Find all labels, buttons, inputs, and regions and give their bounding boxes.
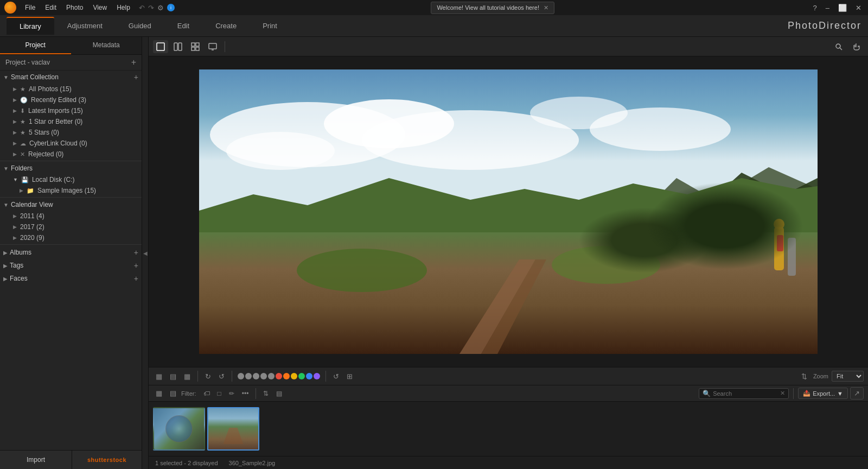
zoom-select[interactable]: Fit 100% 50% 200% <box>832 371 864 382</box>
sidebar-item-2020[interactable]: ▶ 2020 (9) <box>0 232 142 243</box>
color-dot-green[interactable] <box>298 373 305 379</box>
filter-divider <box>256 388 256 399</box>
search-btn[interactable] <box>831 40 846 53</box>
color-dot-blue[interactable] <box>306 373 312 379</box>
search-clear-icon[interactable]: ✕ <box>780 390 785 397</box>
hand-tool-btn[interactable] <box>848 40 864 53</box>
thumbnail-1[interactable]: ⊕ <box>153 407 205 451</box>
svg-rect-5 <box>192 47 195 50</box>
stack-btn[interactable]: ⊞ <box>344 371 355 382</box>
filter-more-btn[interactable]: ••• <box>239 389 252 398</box>
color-dot-2[interactable] <box>245 373 252 379</box>
tab-create[interactable]: Create <box>202 17 250 34</box>
albums-header[interactable]: ▶ Albums + <box>0 246 142 259</box>
tags-header[interactable]: ▶ Tags + <box>0 259 142 272</box>
view-compare-btn[interactable] <box>170 40 186 53</box>
filmstrip-list-btn[interactable]: ▤ <box>167 388 179 399</box>
sidebar-item-sample-images[interactable]: ▶ 📁 Sample Images (15) <box>0 185 142 196</box>
welcome-close-icon[interactable]: ✕ <box>544 4 548 11</box>
tab-print[interactable]: Print <box>250 17 290 34</box>
color-dot-3[interactable] <box>253 373 259 379</box>
svg-point-17 <box>590 107 731 151</box>
settings-icon[interactable]: ⚙ <box>157 4 164 12</box>
toolbar-top <box>149 37 868 56</box>
calendar-arrow: ▼ <box>3 202 9 208</box>
albums-add-btn[interactable]: + <box>134 248 138 257</box>
rotate-ccw-btn[interactable]: ↺ <box>216 371 227 382</box>
svg-rect-1 <box>174 43 177 50</box>
filter-color-btn[interactable]: □ <box>215 389 224 398</box>
undo-icon[interactable]: ↶ <box>139 4 145 12</box>
reset-btn[interactable]: ↺ <box>330 371 342 382</box>
sidebar-collapse-tab[interactable]: ◀ <box>142 37 149 469</box>
thumbnail-2[interactable]: ⊕ <box>207 407 259 451</box>
sidebar-item-recently-edited[interactable]: ▶ 🕐 Recently Edited (3) <box>0 94 142 105</box>
sidebar-item-all-photos[interactable]: ▶ ★ All Photos (15) <box>0 84 142 94</box>
menu-help[interactable]: Help <box>112 3 135 12</box>
sidebar-tab-metadata[interactable]: Metadata <box>71 37 142 54</box>
export-btn[interactable]: 📤 Export... ▼ <box>798 388 848 399</box>
filter-edit-btn[interactable]: ✏ <box>226 389 237 398</box>
sidebar-item-5stars[interactable]: ▶ ★ 5 Stars (0) <box>0 127 142 138</box>
folders-header[interactable]: ▼ Folders <box>0 162 142 174</box>
rotate-cw-btn[interactable]: ↻ <box>202 371 214 382</box>
import-btn[interactable]: Import <box>0 451 72 469</box>
filmstrip-grid-btn[interactable]: ▦ <box>153 388 165 399</box>
sort-btn[interactable]: ⇅ <box>260 389 271 398</box>
share-btn[interactable]: ↗ <box>850 387 864 400</box>
color-dot-5[interactable] <box>268 373 275 379</box>
sidebar-tab-project[interactable]: Project <box>0 37 71 54</box>
view-slideshow-btn[interactable] <box>205 40 220 53</box>
color-dot-1[interactable] <box>238 373 244 379</box>
year-2011-label: 2011 (4) <box>20 212 44 220</box>
faces-add-btn[interactable]: + <box>134 274 138 283</box>
minimize-btn[interactable]: – <box>824 4 832 12</box>
smart-collection-header[interactable]: ▼ Smart Collection + <box>0 71 142 84</box>
redo-icon[interactable]: ↷ <box>148 4 154 12</box>
title-bar: File Edit Photo View Help ↶ ↷ ⚙ i Welcom… <box>0 0 868 15</box>
maximize-btn[interactable]: ⬜ <box>836 4 849 12</box>
sidebar-item-2017[interactable]: ▶ 2017 (2) <box>0 221 142 232</box>
sort-filter-btn[interactable]: ⇅ <box>799 371 810 382</box>
sidebar-item-latest-imports[interactable]: ▶ ⬇ Latest Imports (15) <box>0 105 142 116</box>
filmstrip-view-btn1[interactable]: ▦ <box>153 371 165 382</box>
sidebar-item-rejected[interactable]: ▶ ✕ Rejected (0) <box>0 149 142 160</box>
menu-view[interactable]: View <box>88 3 111 12</box>
sidebar-item-1star[interactable]: ▶ ★ 1 Star or Better (0) <box>0 116 142 127</box>
tags-add-btn[interactable]: + <box>134 261 138 270</box>
view-grid-btn[interactable] <box>188 40 203 53</box>
recently-edited-label: Recently Edited (3) <box>31 96 86 104</box>
filter-tag-btn[interactable]: 🏷 <box>201 389 213 398</box>
tab-edit[interactable]: Edit <box>164 17 202 34</box>
close-btn[interactable]: ✕ <box>853 4 864 12</box>
photo-main <box>149 56 868 367</box>
tab-library[interactable]: Library <box>7 17 54 35</box>
color-dot-red[interactable] <box>276 373 282 379</box>
add-project-btn[interactable]: + <box>131 58 136 67</box>
menu-file[interactable]: File <box>21 3 40 12</box>
filmstrip-view-btn3[interactable]: ▦ <box>181 371 193 382</box>
sidebar-item-local-disk[interactable]: ▼ 💾 Local Disk (C:) <box>0 174 142 185</box>
tab-adjustment[interactable]: Adjustment <box>54 17 116 34</box>
color-dot-orange[interactable] <box>283 373 290 379</box>
view-single-btn[interactable] <box>153 40 168 53</box>
calendar-header[interactable]: ▼ Calendar View <box>0 199 142 211</box>
color-dot-purple[interactable] <box>314 373 320 379</box>
color-dot-yellow[interactable] <box>291 373 297 379</box>
smart-collection-add[interactable]: + <box>134 73 138 81</box>
menu-photo[interactable]: Photo <box>62 3 87 12</box>
search-input[interactable] <box>713 390 778 397</box>
sidebar-item-cloud[interactable]: ▶ ☁ CyberLink Cloud (0) <box>0 138 142 149</box>
help-btn[interactable]: ? <box>811 4 819 12</box>
sidebar-item-2011[interactable]: ▶ 2011 (4) <box>0 211 142 221</box>
tab-guided[interactable]: Guided <box>116 17 164 34</box>
notification-badge[interactable]: i <box>167 4 175 11</box>
export-icon: 📤 <box>803 390 810 397</box>
color-dot-4[interactable] <box>260 373 267 379</box>
filmstrip-view-btn2[interactable]: ▤ <box>167 371 179 382</box>
stack-arrange-btn[interactable]: ▤ <box>273 389 285 398</box>
welcome-popup: Welcome! View all tutorial videos here! … <box>431 2 554 14</box>
shutterstock-btn[interactable]: shutterstock <box>72 451 142 469</box>
menu-edit[interactable]: Edit <box>41 3 61 12</box>
faces-header[interactable]: ▶ Faces + <box>0 272 142 285</box>
